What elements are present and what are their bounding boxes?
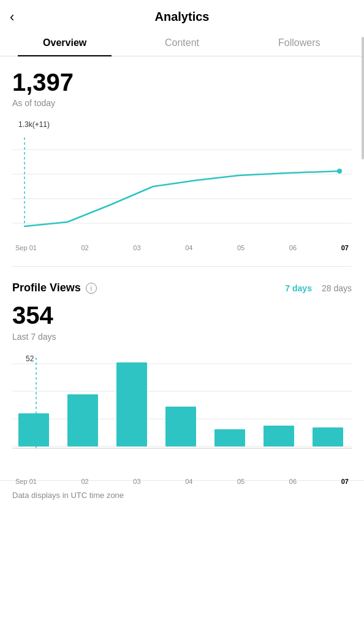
x-label-1: 02 <box>81 244 88 251</box>
line-chart-svg <box>12 131 352 242</box>
section-title-group: Profile Views i <box>12 281 97 294</box>
page-title: Analytics <box>155 10 210 24</box>
period-buttons: 7 days 28 days <box>285 283 352 293</box>
x-label-4: 05 <box>237 244 245 251</box>
profile-views-bar-chart: 52 Sep 01 02 03 04 <box>12 351 352 474</box>
tab-overview[interactable]: Overview <box>6 30 123 56</box>
header: ‹ Analytics <box>0 0 364 30</box>
profile-views-count: 354 <box>12 302 352 329</box>
bar-x-axis-labels: Sep 01 02 03 04 05 06 07 <box>12 478 352 485</box>
svg-rect-18 <box>313 427 343 446</box>
svg-rect-17 <box>264 426 294 446</box>
followers-chart-container: 1.3k(+11) Sep 01 02 03 04 05 <box>12 120 352 251</box>
section-divider <box>12 266 352 267</box>
chart-annotation: 1.3k(+11) <box>18 120 352 129</box>
period-7-button[interactable]: 7 days <box>285 283 312 293</box>
x-label-0: Sep 01 <box>15 244 37 251</box>
scroll-indicator[interactable] <box>362 37 364 159</box>
bar-x-label-6: 07 <box>341 478 349 485</box>
tab-followers[interactable]: Followers <box>241 30 358 56</box>
x-label-3: 04 <box>185 244 192 251</box>
period-28-button[interactable]: 28 days <box>322 283 352 293</box>
back-button[interactable]: ‹ <box>10 9 14 25</box>
svg-rect-13 <box>67 394 98 446</box>
main-content: 1,397 As of today 1.3k(+11) Sep 01 02 <box>0 56 364 474</box>
profile-views-title: Profile Views <box>12 281 81 294</box>
svg-rect-16 <box>214 429 245 446</box>
x-axis-labels: Sep 01 02 03 04 05 06 07 <box>12 244 352 251</box>
x-label-6: 07 <box>341 244 349 251</box>
svg-point-5 <box>337 169 342 174</box>
followers-count: 1,397 <box>12 69 352 96</box>
x-label-5: 06 <box>289 244 297 251</box>
profile-views-header: Profile Views i 7 days 28 days <box>12 281 352 294</box>
bar-x-label-0: Sep 01 <box>15 478 37 485</box>
x-label-2: 03 <box>133 244 140 251</box>
info-icon[interactable]: i <box>86 283 97 294</box>
tab-content[interactable]: Content <box>123 30 240 56</box>
svg-rect-15 <box>165 407 196 446</box>
profile-views-period: Last 7 days <box>12 332 352 342</box>
bar-x-label-1: 02 <box>81 478 88 485</box>
followers-line-chart <box>12 131 352 242</box>
svg-text:52: 52 <box>26 354 34 363</box>
bar-x-label-4: 05 <box>237 478 245 485</box>
tab-bar: Overview Content Followers <box>0 30 364 56</box>
followers-sublabel: As of today <box>12 98 352 108</box>
bar-x-label-2: 03 <box>133 478 140 485</box>
bar-x-label-3: 04 <box>185 478 192 485</box>
svg-rect-14 <box>116 362 147 446</box>
bar-chart-svg: 52 <box>12 351 352 474</box>
bar-x-label-5: 06 <box>289 478 297 485</box>
svg-rect-12 <box>18 413 49 446</box>
